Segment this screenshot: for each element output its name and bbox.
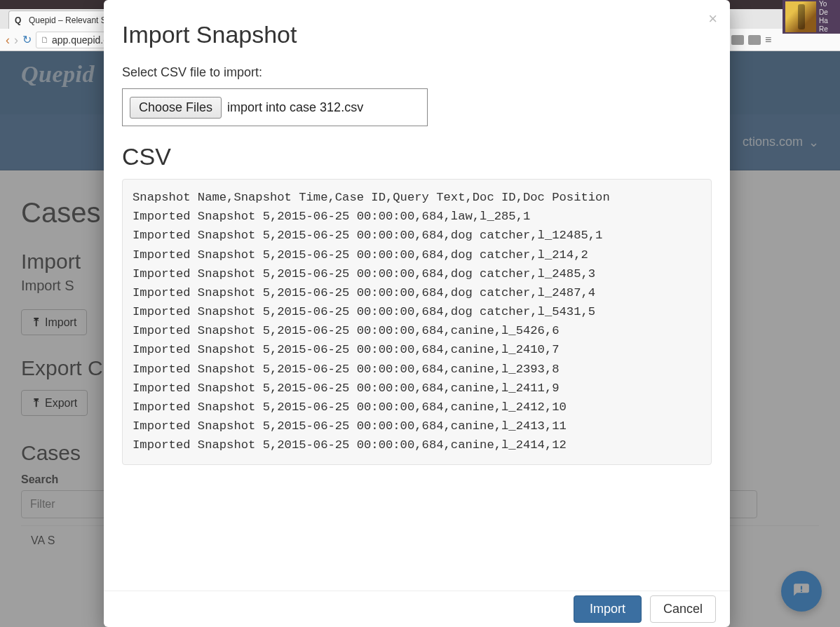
ext-grey1-icon[interactable] xyxy=(731,35,744,45)
file-select-label: Select CSV file to import: xyxy=(122,65,712,80)
favicon-icon: Q xyxy=(15,15,25,25)
top-user-widget[interactable]: Yo De Ha Re xyxy=(783,0,840,34)
forward-icon: › xyxy=(14,34,18,46)
widget-line4: Re xyxy=(819,25,828,34)
modal-footer: Import Cancel xyxy=(104,591,730,627)
reload-icon[interactable]: ↻ xyxy=(22,33,32,46)
album-art-icon xyxy=(785,1,816,32)
close-icon[interactable]: × xyxy=(708,10,717,28)
widget-line3: Ha xyxy=(819,17,828,25)
menu-icon[interactable]: ≡ xyxy=(765,34,771,46)
ext-grey2-icon[interactable] xyxy=(748,35,761,45)
import-snapshot-modal: × Import Snapshot Select CSV file to imp… xyxy=(104,0,730,627)
import-submit-button[interactable]: Import xyxy=(574,595,642,623)
widget-line1: Yo xyxy=(819,0,828,8)
page-icon: 🗋 xyxy=(41,35,49,45)
cancel-button[interactable]: Cancel xyxy=(650,595,716,623)
file-input-row[interactable]: Choose Files import into case 312.csv xyxy=(122,88,428,126)
widget-line2: De xyxy=(819,8,828,17)
csv-preview[interactable]: Snapshot Name,Snapshot Time,Case ID,Quer… xyxy=(122,179,712,465)
csv-heading: CSV xyxy=(122,143,712,170)
tab-title: Quepid – Relevant S xyxy=(29,15,107,25)
modal-title: Import Snapshot xyxy=(122,21,712,48)
choose-files-button[interactable]: Choose Files xyxy=(130,97,222,119)
back-icon[interactable]: ‹ xyxy=(6,34,10,46)
selected-file-name: import into case 312.csv xyxy=(227,100,363,115)
